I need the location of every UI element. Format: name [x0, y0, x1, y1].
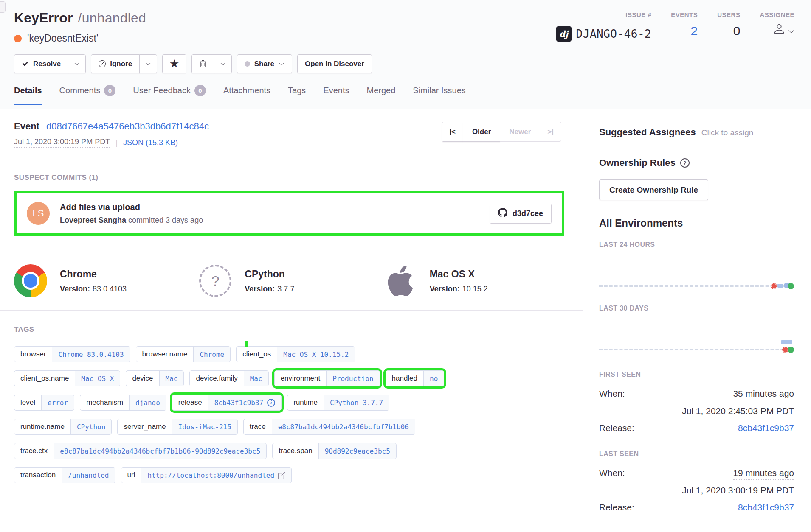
trash-icon: [199, 60, 207, 68]
resolve-dropdown-button[interactable]: [68, 54, 86, 73]
tag-value-link[interactable]: Chrome 83.0.4103: [52, 347, 130, 362]
issue-stats: ISSUE # dj DJANGO-46-2 EVENTS 2 USERS 0 …: [556, 10, 794, 42]
tag-level: levelerror: [14, 395, 74, 411]
resolve-button[interactable]: Resolve: [14, 54, 68, 73]
tag-value-link[interactable]: Production: [327, 371, 379, 386]
last-seen-release-link[interactable]: 8cb43f1c9b37: [738, 502, 794, 512]
resolve-label: Resolve: [33, 60, 61, 68]
event-json-link[interactable]: JSON (15.3 KB): [123, 138, 178, 147]
tab-comments[interactable]: Comments0: [59, 85, 116, 105]
tab-details[interactable]: Details: [14, 85, 42, 105]
context-name: Mac OS X: [430, 269, 488, 280]
when-label: When:: [599, 468, 625, 478]
tag-runtime: runtimeCPython 3.7.7: [287, 395, 389, 411]
events-sparkline-24h[interactable]: [599, 282, 794, 290]
tag-value-link[interactable]: e8c87ba1dc494bb2a4346bcfbf7b1b06: [272, 419, 415, 434]
tab-merged[interactable]: Merged: [367, 85, 396, 105]
commit-sha-button[interactable]: d3d7cee: [490, 204, 552, 224]
issue-title-block: KeyError/unhandled 'keyDoesntExist': [14, 10, 146, 44]
tag-value-link[interactable]: e8c87ba1dc494bb2a4346bcfbf7b1b06-90d892c…: [54, 443, 266, 459]
apple-icon: [384, 264, 417, 297]
tag-value-link[interactable]: CPython: [71, 419, 111, 434]
tab-user-feedback[interactable]: User Feedback0: [133, 85, 206, 105]
tag-server-name: server_nameIdos-iMac-215: [117, 419, 237, 435]
older-event-button[interactable]: Older: [463, 122, 500, 142]
info-circle-icon[interactable]: i: [267, 399, 275, 407]
version-value: 10.15.2: [462, 285, 488, 293]
last-seen-relative-time[interactable]: 19 minutes ago: [733, 468, 794, 480]
ignore-dropdown-button[interactable]: [139, 54, 157, 73]
issue-short-id[interactable]: DJANGO-46-2: [576, 28, 652, 40]
delete-button[interactable]: [191, 54, 214, 73]
tab-tags[interactable]: Tags: [288, 85, 306, 105]
delete-dropdown-button[interactable]: [214, 54, 232, 73]
tag-value-link[interactable]: error: [42, 395, 74, 410]
ignore-button-group: Ignore: [91, 54, 157, 73]
tag-device: deviceMac: [126, 370, 184, 386]
bookmark-star-button[interactable]: ★: [162, 54, 186, 73]
tab-label: Merged: [367, 86, 396, 95]
newer-event-button[interactable]: Newer: [500, 122, 540, 142]
separator: |: [115, 138, 118, 148]
tag-browser-name: browser.nameChrome: [136, 346, 231, 362]
tag-value-link[interactable]: Chrome: [194, 347, 230, 362]
tag-value: 8cb43f1c9b37: [214, 399, 264, 407]
tag-value-link[interactable]: CPython 3.7.7: [324, 395, 389, 410]
assignee-selector[interactable]: [773, 22, 794, 38]
ignore-button[interactable]: Ignore: [91, 54, 140, 73]
newest-event-button[interactable]: >|: [540, 122, 561, 142]
scroll-artifact: [0, 1, 6, 13]
tag-value-link[interactable]: Mac: [244, 371, 268, 386]
events-count[interactable]: 2: [691, 24, 698, 38]
chevron-down-icon: [788, 23, 794, 38]
issue-details-page: KeyError/unhandled 'keyDoesntExist' ISSU…: [0, 0, 811, 532]
event-timestamp[interactable]: Jul 1, 2020 3:00:19 PM PDT: [14, 137, 110, 148]
commit-message: Add files via upload: [60, 202, 490, 212]
tag-value-link[interactable]: /unhandled: [62, 468, 115, 483]
sparkline-baseline: [599, 285, 794, 287]
tab-events[interactable]: Events: [323, 85, 349, 105]
comments-count-badge: 0: [104, 85, 115, 96]
tag-value-link[interactable]: 8cb43f1c9b37i: [208, 395, 282, 410]
tag-value-link[interactable]: Idos-iMac-215: [172, 419, 237, 434]
tag-value-link[interactable]: 90d892c9eace3bc5: [319, 443, 396, 459]
last-24-hours-label: LAST 24 HOURS: [599, 241, 794, 249]
tab-attachments[interactable]: Attachments: [223, 85, 270, 105]
event-id-block: Event d08d7667e4a5476eb3b3db6d7f14c84c J…: [14, 121, 209, 148]
issue-number-label: ISSUE #: [625, 11, 651, 20]
suspect-commit-row[interactable]: LS Add files via upload Lovepreet Sangha…: [14, 191, 564, 236]
tag-key: level: [14, 395, 42, 410]
ignore-label: Ignore: [110, 60, 132, 68]
section-divider: [0, 160, 583, 160]
event-details-panel: Event d08d7667e4a5476eb3b3db6d7f14c84c J…: [0, 109, 583, 532]
first-seen-release-link[interactable]: 8cb43f1c9b37: [738, 423, 794, 433]
tag-value-link[interactable]: Mac OS X 10.15.2: [277, 347, 355, 362]
issue-header: KeyError/unhandled 'keyDoesntExist' ISSU…: [0, 0, 811, 109]
tag-value-link[interactable]: no: [424, 371, 444, 386]
external-link-icon[interactable]: [278, 472, 285, 479]
tab-label: Attachments: [223, 86, 270, 95]
tag-release: release8cb43f1c9b37i: [172, 395, 282, 411]
tag-value-link[interactable]: http://localhost:8000/unhandled: [141, 468, 291, 483]
event-id-link[interactable]: d08d7667e4a5476eb3b3db6d7f14c84c: [46, 121, 209, 132]
first-seen-relative-time[interactable]: 35 minutes ago: [733, 389, 794, 400]
events-sparkline-30d[interactable]: [599, 345, 794, 354]
tab-similar-issues[interactable]: Similar Issues: [413, 85, 465, 105]
oldest-event-button[interactable]: |<: [442, 122, 463, 142]
users-count[interactable]: 0: [733, 24, 741, 38]
tag-device-family: device.familyMac: [189, 370, 268, 386]
open-in-discover-button[interactable]: Open in Discover: [297, 54, 372, 73]
tag-value-link[interactable]: django: [130, 395, 166, 410]
context-name: CPython: [245, 269, 294, 280]
create-ownership-rule-button[interactable]: Create Ownership Rule: [599, 179, 708, 200]
suspect-commits-section: SUSPECT COMMITS (1) LS Add files via upl…: [0, 174, 583, 236]
tag-value-link[interactable]: Mac: [160, 371, 184, 386]
when-label: When:: [599, 389, 625, 399]
tag-url: urlhttp://localhost:8000/unhandled: [121, 467, 292, 483]
event-contexts: Chrome Version:83.0.4103 ? CPython Versi…: [0, 251, 583, 310]
share-button[interactable]: Share: [237, 54, 292, 73]
tag-value-link[interactable]: Mac OS X: [75, 371, 120, 386]
issue-culprit: 'keyDoesntExist': [27, 33, 98, 44]
question-circle-icon[interactable]: ?: [680, 158, 690, 168]
tag-mechanism: mechanismdjango: [80, 395, 166, 411]
